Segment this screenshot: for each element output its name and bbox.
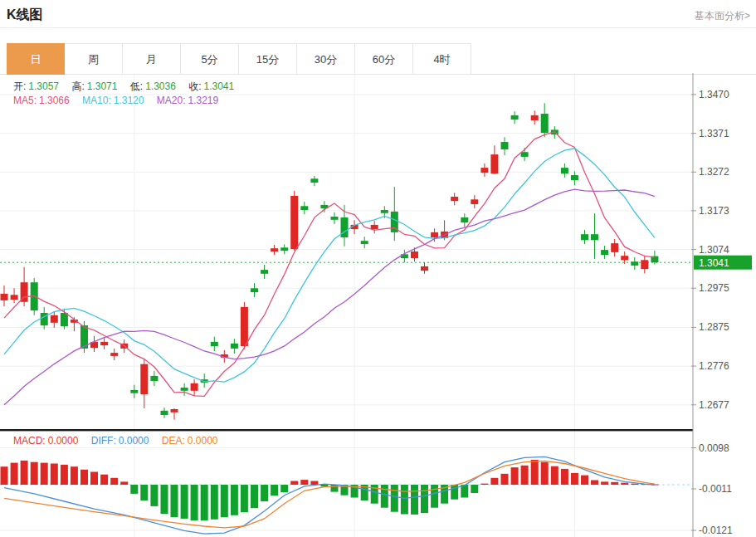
current-price-badge: 1.3041 — [694, 256, 752, 270]
tab-period-2[interactable]: 月 — [123, 43, 181, 75]
svg-text:1.2776: 1.2776 — [699, 360, 729, 372]
macd-value: 0.0000 — [48, 435, 79, 447]
fundamental-analysis-link[interactable]: 基本面分析> — [695, 9, 750, 23]
panel-separator — [0, 429, 693, 431]
macd-label: MACD: — [13, 435, 46, 447]
open-value: 1.3057 — [28, 81, 59, 92]
kline-page: K线图 基本面分析> 日周月5分15分30分60分4时 开:1.3057 高:1… — [0, 0, 756, 537]
ma-legend: MA5:1.3066 MA10:1.3120 MA20:1.3219 — [13, 95, 228, 106]
svg-text:-0.0011: -0.0011 — [699, 483, 732, 495]
diff-value: 0.0000 — [119, 435, 149, 447]
tab-period-3[interactable]: 5分 — [181, 43, 239, 75]
close-value: 1.3041 — [204, 81, 235, 92]
svg-text:1.2875: 1.2875 — [699, 321, 729, 333]
dea-value: 0.0000 — [188, 435, 218, 447]
low-value: 1.3036 — [145, 81, 176, 92]
svg-text:0.0098: 0.0098 — [699, 442, 729, 454]
page-title: K线图 — [7, 7, 43, 24]
tab-period-6[interactable]: 60分 — [355, 43, 413, 75]
svg-text:1.2677: 1.2677 — [699, 399, 729, 411]
ma5-label: MA5: — [13, 95, 37, 106]
tab-period-0[interactable]: 日 — [7, 43, 65, 75]
ma20-label: MA20: — [157, 95, 186, 106]
high-label: 高: — [71, 81, 84, 92]
svg-text:1.2975: 1.2975 — [699, 282, 729, 294]
svg-text:-0.0121: -0.0121 — [699, 525, 733, 536]
ma10-label: MA10: — [82, 95, 111, 106]
vertical-gridlines — [134, 73, 575, 537]
svg-text:1.3371: 1.3371 — [699, 128, 729, 139]
diff-label: DIFF: — [91, 435, 116, 447]
svg-text:1.3041: 1.3041 — [699, 257, 729, 269]
chart-canvas[interactable]: 1.34701.33711.32721.31731.30741.29751.28… — [0, 73, 756, 537]
tab-period-1[interactable]: 周 — [65, 43, 123, 75]
ohlc-legend: 开:1.3057 高:1.3071 低:1.3036 收:1.3041 — [13, 80, 244, 94]
svg-text:1.3272: 1.3272 — [699, 166, 729, 178]
svg-text:1.3173: 1.3173 — [699, 205, 729, 217]
ma20-value: 1.3219 — [188, 95, 218, 106]
ma20-line — [4, 189, 655, 405]
high-value: 1.3071 — [87, 81, 118, 92]
period-tabbar: 日周月5分15分30分60分4时 — [0, 43, 756, 75]
tab-period-7[interactable]: 4时 — [413, 43, 471, 75]
tab-period-5[interactable]: 30分 — [297, 43, 355, 75]
svg-text:1.3074: 1.3074 — [699, 244, 729, 256]
dea-label: DEA: — [162, 435, 185, 447]
macd-axis-labels: 0.0098-0.0011-0.0121 — [691, 442, 733, 537]
ma5-value: 1.3066 — [39, 95, 70, 106]
macd-histogram — [1, 460, 659, 520]
ma5-line — [4, 132, 655, 397]
ma10-line — [4, 149, 655, 382]
macd-legend: MACD:0.0000 DIFF:0.0000 DEA:0.0000 — [13, 435, 227, 447]
svg-text:1.3470: 1.3470 — [699, 89, 729, 100]
close-label: 收: — [188, 81, 201, 92]
main-gridlines — [0, 95, 693, 405]
open-label: 开: — [13, 81, 26, 92]
title-divider — [0, 27, 756, 28]
low-label: 低: — [130, 81, 143, 92]
ma10-value: 1.3120 — [114, 95, 144, 106]
price-axis-labels: 1.34701.33711.32721.31731.30741.29751.28… — [691, 89, 729, 411]
candles-layer — [1, 103, 659, 419]
tab-period-4[interactable]: 15分 — [239, 43, 297, 75]
period-tabs: 日周月5分15分30分60分4时 — [7, 43, 471, 75]
kline-chart[interactable]: 开:1.3057 高:1.3071 低:1.3036 收:1.3041 MA5:… — [0, 73, 756, 537]
